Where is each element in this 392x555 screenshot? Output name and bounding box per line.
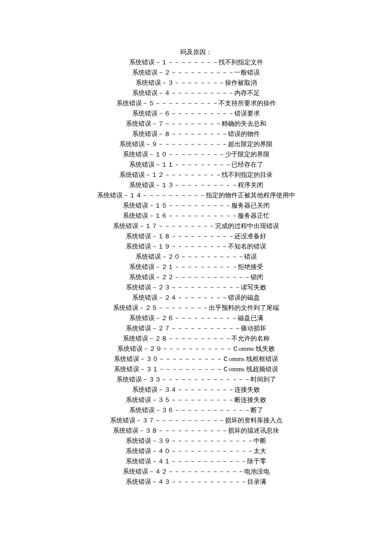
error-dash: －－－－－－－－－－－: [158, 141, 228, 147]
error-code: ２８: [155, 335, 167, 342]
error-desc: 拒绝接受: [238, 263, 263, 270]
error-prefix: 系统错误－: [126, 437, 158, 444]
error-code: １８: [158, 233, 170, 240]
error-dash: －－－－－－－－－: [158, 223, 215, 229]
error-code: ３９: [158, 437, 170, 444]
error-dash: －－－－－－－－－－: [167, 202, 231, 209]
error-prefix: 系统错误－: [123, 468, 155, 475]
error-code: ２５: [145, 304, 158, 311]
error-desc: Ｃomms 线框框错误: [222, 356, 278, 362]
error-prefix: 系统错误－: [126, 458, 158, 465]
error-prefix: 系统错误－: [119, 171, 151, 178]
error-dash: －－－－－－－－－－－－－－: [161, 376, 251, 383]
error-prefix: 系统错误－: [126, 478, 158, 485]
error-code: ２２: [161, 274, 174, 280]
error-code: ４１: [158, 458, 170, 465]
error-desc: 除于零: [247, 458, 266, 465]
error-dash: －－－－－－－－－－－－: [174, 407, 251, 413]
error-code: １２: [151, 171, 164, 178]
error-code: ４０: [158, 448, 170, 454]
error-prefix: 系统错误－: [117, 345, 149, 352]
error-desc: 断了: [251, 407, 263, 413]
error-desc: 少于限定的界限: [225, 151, 270, 158]
error-dash: －－－－－－－－－－－－: [170, 458, 247, 465]
error-desc: 锁闭: [251, 274, 263, 280]
error-prefix: 系统错误－: [126, 396, 158, 403]
error-prefix: 系统错误－: [116, 100, 148, 107]
error-entry: 系统错误－２０－－－－－－－－－－错误: [0, 251, 392, 262]
error-dash: －－－－－－－－－: [164, 120, 222, 127]
error-dash: －－－－－－－－－－－: [167, 212, 238, 219]
error-desc: 磁盘已满: [238, 315, 263, 321]
error-code: ２１: [161, 263, 174, 270]
error-dash: －－－－－－－－－－－－: [170, 478, 247, 485]
error-desc: 程序关闭: [238, 182, 263, 188]
error-code: ３５: [158, 396, 170, 403]
error-dash: －－－－－－－－: [158, 304, 209, 311]
error-code: １１: [161, 161, 174, 168]
page-title: 码及原因：: [0, 47, 392, 57]
error-prefix: 系统错误－: [129, 161, 161, 168]
error-entry: 系统错误－３３－－－－－－－－－－－－－－时间到了: [0, 374, 392, 384]
error-desc: Ｃomms 线失败: [232, 345, 275, 352]
error-code: １６: [155, 212, 167, 219]
error-entry: 系统错误－４－－－－－－－－－－内存不足: [0, 88, 392, 98]
error-code: ２６: [161, 315, 174, 321]
error-code: ３４: [164, 386, 177, 393]
error-dash: －－－－－－－－－－: [167, 335, 231, 342]
error-code: ８: [164, 130, 170, 137]
error-entry: 系统错误－１７－－－－－－－－－完成的过程中出现错误: [0, 221, 392, 231]
error-code: １: [161, 59, 167, 66]
error-desc: 不支持所要求的操作: [219, 100, 276, 107]
error-dash: －－－－－－－－－－: [174, 263, 238, 270]
error-entry: 系统错误－２７－－－－－－－－－－－驱动损坏: [0, 323, 392, 333]
error-entry: 系统错误－３７－－－－－－－－－－－损坏的资料库接入点: [0, 415, 392, 425]
error-entry: 系统错误－３１－－－－－－－－－－Ｃomms 线超频错误: [0, 364, 392, 374]
error-code: ４２: [155, 468, 167, 475]
error-entry: 系统错误－３０－－－－－－－－－－Ｃomms 线框框错误: [0, 354, 392, 364]
error-desc: 操作被取消: [225, 79, 257, 86]
error-prefix: 系统错误－: [129, 59, 161, 66]
error-entry: 系统错误－２５－－－－－－－－出乎预料的文件到了尾端: [0, 303, 392, 313]
error-prefix: 系统错误－: [126, 325, 158, 332]
error-desc: 断连接失败: [234, 396, 266, 403]
error-entry: 系统错误－５－－－－－－－－－－不支持所要求的操作: [0, 98, 392, 108]
error-prefix: 系统错误－: [97, 192, 129, 199]
error-dash: －－－－－－－－－: [170, 130, 228, 137]
error-dash: －－－－－－－－: [177, 294, 228, 301]
error-prefix: 系统错误－: [126, 120, 158, 127]
error-code: ５: [148, 100, 155, 107]
error-prefix: 系统错误－: [113, 223, 145, 229]
error-code: ３３: [148, 376, 161, 383]
error-entry: 系统错误－１６－－－－－－－－－－－服务器正忙: [0, 211, 392, 221]
error-prefix: 系统错误－: [123, 202, 155, 209]
error-code: ６: [164, 110, 170, 117]
error-dash: －－－－－－－－－－－－: [167, 468, 244, 475]
error-desc: 损坏的资料库接入点: [225, 417, 282, 424]
error-entry: 系统错误－３８－－－－－－－－－－－损坏的描述讯息块: [0, 425, 392, 436]
error-dash: －－－－－－－－－－: [180, 253, 244, 260]
error-entry: 系统错误－１１－－－－－－－－－已经存在了: [0, 159, 392, 170]
error-dash: －－－－－－－－－－－: [155, 417, 225, 424]
error-dash: －－－－－－－－－: [177, 386, 234, 393]
error-dash: －－－－－－－－－－－－: [174, 274, 251, 280]
error-code: １０: [155, 151, 167, 158]
error-prefix: 系统错误－: [129, 263, 161, 270]
error-entry: 系统错误－４２－－－－－－－－－－－－电池没电: [0, 466, 392, 477]
error-prefix: 系统错误－: [123, 212, 155, 219]
error-desc: 中断: [254, 437, 266, 444]
error-code: ２４: [164, 294, 177, 301]
error-entry: 系统错误－４３－－－－－－－－－－－－目录满: [0, 477, 392, 487]
error-prefix: 系统错误－: [132, 110, 164, 117]
error-code: １３: [161, 182, 174, 188]
error-entry: 系统错误－１４－－－－－－－－－－指定的物件正被其他程序使用中: [0, 190, 392, 200]
error-dash: －－－－－－－－－: [164, 171, 222, 178]
error-desc: 出乎预料的文件到了尾端: [209, 304, 279, 311]
error-prefix: 系统错误－: [132, 69, 164, 76]
error-entry: 系统错误－１５－－－－－－－－－－服务器已关闭: [0, 200, 392, 211]
error-desc: 已经存在了: [231, 161, 263, 168]
error-desc: 错误的磁盘: [228, 294, 260, 301]
error-desc: 时间到了: [251, 376, 276, 383]
error-desc: 还没准备好: [234, 233, 266, 240]
error-dash: －－－－－－－－－－－: [162, 345, 232, 352]
